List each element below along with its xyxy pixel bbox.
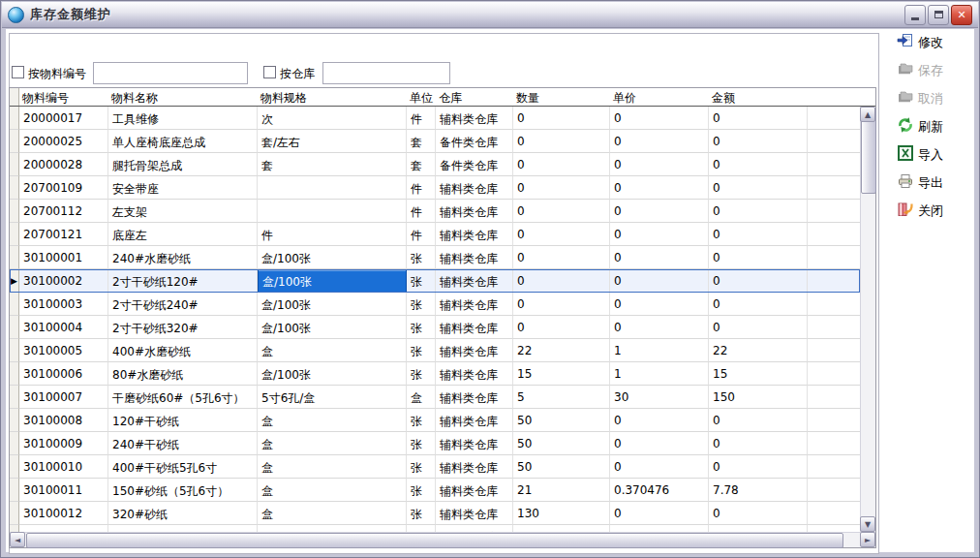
grid-cell[interactable]: 0: [709, 130, 808, 153]
grid-cell[interactable]: 0: [513, 246, 610, 269]
grid-cell[interactable]: 0: [610, 293, 709, 316]
grid-cell[interactable]: 30100004: [19, 316, 108, 339]
grid-row-30100006[interactable]: 3010000680#水磨砂纸盒/100张张辅料类仓库15115: [10, 362, 860, 386]
grid-cell[interactable]: 2寸干砂纸120#: [108, 269, 258, 293]
grid-cell[interactable]: 0: [513, 316, 610, 339]
grid-cell[interactable]: 0: [513, 107, 610, 130]
grid-row-30100009[interactable]: 30100009240#干砂纸盒张辅料类仓库5000: [10, 432, 860, 455]
grid-cell[interactable]: 0: [709, 293, 808, 316]
grid-cell[interactable]: 0: [610, 269, 709, 293]
grid-cell[interactable]: 50: [513, 455, 610, 479]
grid-cell[interactable]: 20700112: [19, 200, 108, 223]
grid-cell[interactable]: 21: [513, 479, 610, 502]
grid-cell[interactable]: 辅料类仓库: [436, 176, 513, 200]
scroll-right-button[interactable]: ►: [860, 532, 875, 547]
grid-cell[interactable]: 0: [513, 200, 610, 223]
grid-cell[interactable]: 1: [610, 362, 709, 386]
row-selector[interactable]: [10, 223, 19, 246]
grid-cell[interactable]: 30100002: [19, 269, 108, 293]
save-button[interactable]: 保存: [897, 61, 972, 79]
grid-row-20000025[interactable]: 20000025单人座椅底座总成套/左右套备件类仓库000: [10, 130, 860, 153]
row-selector[interactable]: [10, 176, 19, 200]
grid-row-30100001[interactable]: 30100001240#水磨砂纸盒/100张张辅料类仓库000: [10, 246, 860, 269]
grid-cell[interactable]: 0: [610, 455, 709, 479]
grid-cell[interactable]: 辅料类仓库: [436, 107, 513, 130]
filter-warehouse-input[interactable]: [322, 62, 450, 84]
scroll-down-button[interactable]: ▼: [860, 516, 875, 532]
grid-header-3[interactable]: 单位: [407, 88, 436, 106]
row-selector[interactable]: [10, 432, 19, 455]
grid-cell[interactable]: 20700109: [19, 176, 108, 200]
grid-header-2[interactable]: 物料规格: [258, 88, 407, 106]
grid-cell[interactable]: 工具维修: [108, 107, 258, 130]
row-selector[interactable]: [10, 362, 19, 386]
grid-row-30100008[interactable]: 30100008120#干砂纸盒张辅料类仓库5000: [10, 409, 860, 432]
grid-cell[interactable]: 30100008: [19, 409, 108, 432]
grid-cell[interactable]: 辅料类仓库: [436, 479, 513, 502]
grid-row-30100005[interactable]: 30100005400#水磨砂纸盒张辅料类仓库22122: [10, 339, 860, 362]
grid-cell[interactable]: 件: [407, 200, 436, 223]
grid-cell[interactable]: 0: [513, 153, 610, 176]
grid-cell[interactable]: 0: [709, 409, 808, 432]
grid-cell[interactable]: 0: [610, 200, 709, 223]
grid-cell[interactable]: 240#干砂纸: [108, 432, 258, 455]
grid-cell[interactable]: 30100006: [19, 362, 108, 386]
grid-row-20700109[interactable]: 20700109安全带座件辅料类仓库000: [10, 176, 860, 200]
grid-cell[interactable]: 0: [513, 269, 610, 293]
grid-cell[interactable]: 张: [407, 455, 436, 479]
grid-cell[interactable]: 张: [407, 246, 436, 269]
grid-cell[interactable]: 0: [610, 525, 709, 532]
row-selector[interactable]: [10, 200, 19, 223]
grid-cell[interactable]: 套: [258, 153, 407, 176]
grid-cell[interactable]: 腿托骨架总成: [108, 153, 258, 176]
grid-cell[interactable]: 0: [610, 107, 709, 130]
grid-row-30100013[interactable]: 30100013100#砂纸盒张辅料类仓库000: [10, 525, 860, 532]
grid-cell[interactable]: 盒/100张: [258, 316, 407, 339]
grid-cell[interactable]: 30100001: [19, 246, 108, 269]
grid-cell[interactable]: 辅料类仓库: [436, 223, 513, 246]
grid-cell[interactable]: 张: [407, 525, 436, 532]
grid-cell[interactable]: 30100012: [19, 502, 108, 525]
grid-cell[interactable]: 0: [610, 246, 709, 269]
grid-cell[interactable]: 干磨砂纸60#（5孔6寸）: [108, 386, 258, 409]
grid-cell[interactable]: 备件类仓库: [436, 130, 513, 153]
grid-cell[interactable]: 盒: [258, 432, 407, 455]
grid-cell[interactable]: 0: [610, 176, 709, 200]
grid-row-30100011[interactable]: 30100011150#砂纸（5孔6寸）盒张辅料类仓库210.3704767.7…: [10, 479, 860, 502]
grid-cell[interactable]: 辅料类仓库: [436, 525, 513, 532]
grid-cell[interactable]: 2寸干砂纸240#: [108, 293, 258, 316]
grid-cell[interactable]: 件: [258, 223, 407, 246]
grid-row-30100012[interactable]: 30100012320#砂纸盒张辅料类仓库13000: [10, 502, 860, 525]
grid-cell[interactable]: 次: [258, 107, 407, 130]
grid-cell[interactable]: 30100003: [19, 293, 108, 316]
grid-cell[interactable]: 底座左: [108, 223, 258, 246]
import-button[interactable]: 导入: [897, 145, 972, 164]
grid-cell[interactable]: 120#干砂纸: [108, 409, 258, 432]
grid-row-20000017[interactable]: 20000017工具维修次件辅料类仓库000: [10, 107, 860, 130]
grid-cell[interactable]: 0: [610, 502, 709, 525]
grid-cell[interactable]: 0: [610, 153, 709, 176]
grid-cell[interactable]: 0: [709, 432, 808, 455]
grid-cell[interactable]: 0: [610, 130, 709, 153]
grid-cell[interactable]: 20000017: [19, 107, 108, 130]
grid-cell[interactable]: 辅料类仓库: [436, 339, 513, 362]
row-selector[interactable]: [10, 316, 19, 339]
grid-cell[interactable]: 0: [513, 223, 610, 246]
grid-cell[interactable]: 辅料类仓库: [436, 502, 513, 525]
grid-header-6[interactable]: 单价: [610, 88, 709, 106]
close-button[interactable]: 关闭: [897, 202, 972, 220]
grid-header-4[interactable]: 仓库: [436, 88, 513, 106]
grid-row-20700112[interactable]: 20700112左支架件辅料类仓库000: [10, 200, 860, 223]
grid-cell[interactable]: 0: [513, 293, 610, 316]
grid-row-20000028[interactable]: 20000028腿托骨架总成套套备件类仓库000: [10, 153, 860, 176]
grid-cell[interactable]: 20000025: [19, 130, 108, 153]
grid-cell[interactable]: 盒/100张: [258, 246, 407, 269]
grid-cell[interactable]: 0: [513, 130, 610, 153]
cancel-button[interactable]: 取消: [897, 89, 972, 108]
modify-button[interactable]: 修改: [897, 33, 972, 51]
row-selector[interactable]: [10, 386, 19, 409]
grid-cell[interactable]: 张: [407, 432, 436, 455]
grid-cell[interactable]: 0.370476: [610, 479, 709, 502]
row-selector[interactable]: [10, 409, 19, 432]
grid-cell[interactable]: 盒: [258, 525, 407, 532]
